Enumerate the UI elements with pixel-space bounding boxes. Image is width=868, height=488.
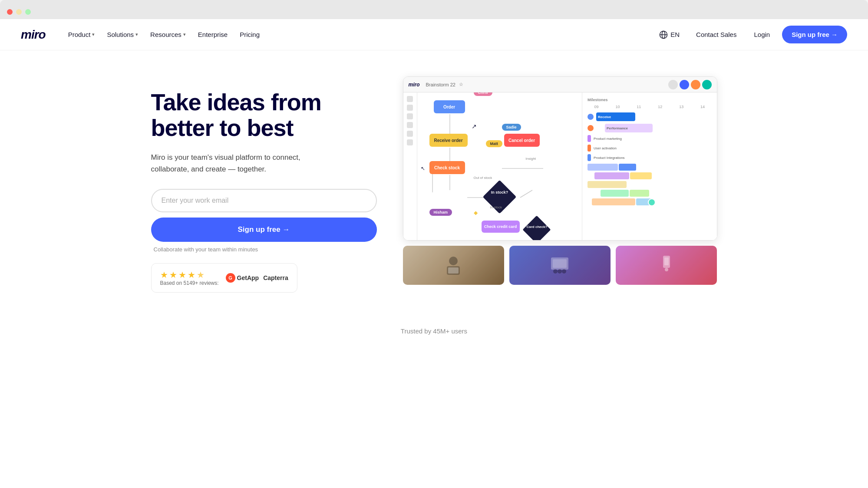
timeline-avatar-1 bbox=[587, 114, 594, 120]
sidebar-tool-6[interactable] bbox=[407, 139, 413, 145]
timeline-bar-row-2 bbox=[594, 172, 712, 179]
chevron-down-icon: ▾ bbox=[92, 32, 95, 37]
screenshot-thumb-1 bbox=[403, 246, 504, 285]
fc-node-cancel-order: Cancel order bbox=[504, 134, 540, 147]
canvas-main: Order Receive order Cancel order Check s… bbox=[417, 92, 717, 240]
hero-signup-button[interactable]: Sign up free → bbox=[151, 218, 377, 242]
star-2: ★ bbox=[169, 270, 177, 280]
email-input[interactable] bbox=[151, 189, 377, 212]
svg-line-7 bbox=[520, 190, 532, 198]
avatar-bubble-chris: Chris bbox=[474, 92, 492, 96]
toolbar-logo: miro bbox=[409, 82, 420, 88]
avatar-bubble-sadie: Sadie bbox=[502, 124, 521, 131]
signup-button[interactable]: Sign up free → bbox=[782, 26, 847, 43]
svg-point-12 bbox=[449, 257, 458, 265]
timeline-bar-yellow-2 bbox=[587, 181, 627, 188]
sidebar-tool-5[interactable] bbox=[407, 131, 413, 137]
timeline-bar-row-5 bbox=[592, 198, 712, 205]
timeline-avatar-4 bbox=[587, 145, 591, 152]
rating-logos: G GetApp Capterra bbox=[226, 273, 288, 283]
trusted-text: Trusted by 45M+ users bbox=[21, 327, 847, 335]
fc-node-receive-order: Receive order bbox=[429, 134, 468, 147]
svg-point-18 bbox=[558, 269, 562, 274]
traffic-light-red[interactable] bbox=[7, 9, 13, 15]
svg-point-17 bbox=[553, 269, 558, 274]
capterra-logo: Capterra bbox=[263, 274, 288, 281]
contact-sales-link[interactable]: Contact Sales bbox=[691, 27, 742, 42]
timeline-area: Milestones 09 10 11 12 13 14 bbox=[582, 92, 717, 240]
svg-rect-14 bbox=[448, 267, 459, 274]
star-1: ★ bbox=[160, 270, 168, 280]
traffic-light-green[interactable] bbox=[25, 9, 31, 15]
miro-logo[interactable]: miro bbox=[21, 28, 46, 42]
fc-cursor-1: ↗ bbox=[472, 123, 477, 130]
timeline-bar-row-1 bbox=[587, 164, 712, 171]
hero-title: Take ideas from better to best bbox=[151, 89, 377, 141]
star-3: ★ bbox=[178, 270, 186, 280]
fc-node-card-check-label: Card check? bbox=[525, 225, 550, 229]
fc-node-order: Order bbox=[434, 100, 465, 113]
toolbar-avatar-3 bbox=[691, 80, 700, 89]
toolbar-avatar-2 bbox=[680, 80, 689, 89]
fc-label-in-stock: In stock bbox=[490, 205, 502, 209]
star-4: ★ bbox=[188, 270, 195, 280]
nav-item-product[interactable]: Product ▾ bbox=[63, 27, 100, 42]
thumb-overlay-3 bbox=[616, 246, 717, 285]
timeline-avatar-2 bbox=[587, 125, 594, 131]
timeline-label-product-marketing: Product marketing bbox=[594, 137, 633, 141]
navbar: miro Product ▾ Solutions ▾ Resources ▾ E… bbox=[0, 19, 868, 50]
timeline-avatar-5 bbox=[587, 154, 591, 161]
collaborate-text: Collaborate with your team within minute… bbox=[151, 246, 377, 253]
timeline-header: 09 10 11 12 13 14 bbox=[587, 105, 712, 109]
timeline-bars bbox=[587, 164, 712, 205]
login-button[interactable]: Login bbox=[749, 27, 775, 42]
traffic-light-yellow[interactable] bbox=[16, 9, 22, 15]
screenshot-thumb-3 bbox=[616, 246, 717, 285]
nav-item-enterprise[interactable]: Enterprise bbox=[193, 27, 233, 42]
timeline-bar-row-3 bbox=[587, 181, 712, 188]
thumb-overlay-1 bbox=[403, 246, 504, 285]
timeline-bar-green-2 bbox=[630, 190, 649, 197]
toolbar-star-icon: ☆ bbox=[459, 82, 463, 87]
toolbar-avatar-4 bbox=[702, 80, 712, 89]
nav-right: EN Contact Sales Login Sign up free → bbox=[655, 26, 847, 43]
sidebar-tool-3[interactable] bbox=[407, 113, 413, 119]
timeline-bar-blue-1 bbox=[587, 164, 618, 171]
flowchart-area: Order Receive order Cancel order Check s… bbox=[417, 92, 582, 240]
timeline-row-receive: Receive bbox=[587, 112, 712, 121]
fc-node-check-credit-card: Check credit card bbox=[482, 221, 520, 233]
thumb-illustration-1 bbox=[440, 252, 466, 278]
timeline-row-user-activation: User activation bbox=[587, 145, 712, 152]
nav-item-resources[interactable]: Resources ▾ bbox=[145, 27, 191, 42]
canvas-sidebar bbox=[403, 92, 417, 240]
sidebar-tool-4[interactable] bbox=[407, 122, 413, 128]
fc-cursor-3: ◆ bbox=[474, 210, 478, 216]
nav-item-solutions[interactable]: Solutions ▾ bbox=[102, 27, 143, 42]
trusted-section: Trusted by 45M+ users bbox=[0, 310, 868, 343]
svg-point-19 bbox=[562, 269, 566, 274]
app-mockup: miro Brainstorm 22 ☆ bbox=[403, 76, 717, 241]
timeline-bar-blue-3 bbox=[636, 198, 651, 205]
sidebar-tool-1[interactable] bbox=[407, 96, 413, 102]
ratings-left: ★ ★ ★ ★ ★ Based on 5149+ reviews: bbox=[160, 270, 219, 286]
nav-links: Product ▾ Solutions ▾ Resources ▾ Enterp… bbox=[63, 27, 655, 42]
star-rating: ★ ★ ★ ★ ★ bbox=[160, 270, 219, 280]
avatar-bubble-matt: Matt bbox=[486, 140, 503, 147]
toolbar-icons bbox=[668, 80, 712, 89]
sidebar-tool-2[interactable] bbox=[407, 105, 413, 111]
language-selector[interactable]: EN bbox=[655, 28, 684, 42]
fc-label-insight: Insight bbox=[526, 157, 536, 161]
globe-icon bbox=[659, 30, 668, 39]
screenshot-thumb-2 bbox=[509, 246, 611, 285]
nav-item-pricing[interactable]: Pricing bbox=[234, 27, 265, 42]
browser-chrome bbox=[0, 0, 868, 19]
hero-right: miro Brainstorm 22 ☆ bbox=[403, 76, 717, 285]
thumb-illustration-3 bbox=[653, 252, 680, 278]
fc-node-in-stock-label: In stock? bbox=[485, 190, 515, 195]
g2-logo: G GetApp bbox=[226, 273, 259, 283]
timeline-label-user-activation: User activation bbox=[594, 146, 628, 150]
avatar-bubble-hisham: Hisham bbox=[429, 209, 452, 216]
hero-left: Take ideas from better to best Miro is y… bbox=[151, 76, 377, 293]
svg-point-22 bbox=[665, 268, 668, 271]
timeline-avatar-mae bbox=[648, 198, 656, 206]
